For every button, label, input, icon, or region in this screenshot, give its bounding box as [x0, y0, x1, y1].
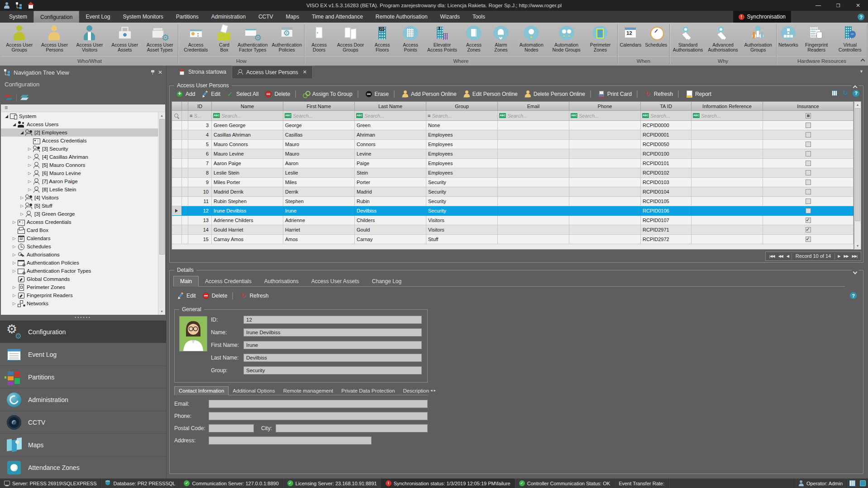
menu-item[interactable]: Partitions: [170, 11, 205, 23]
expander-icon[interactable]: [11, 261, 17, 265]
module-section[interactable]: Partitions: [0, 365, 166, 388]
filter-group[interactable]: =Search...: [426, 111, 498, 121]
menu-item[interactable]: CCTV: [252, 11, 280, 23]
tree-node[interactable]: Access Users: [1, 120, 158, 128]
tree-node[interactable]: Global Commands: [1, 275, 158, 283]
ribbon-button[interactable]: Access Doors: [305, 24, 333, 53]
field-input[interactable]: Irune: [243, 341, 422, 349]
filter-information-reference[interactable]: ABCSearch...: [692, 111, 763, 121]
contact-tab[interactable]: Description: [399, 387, 434, 395]
scrollbar-thumb[interactable]: [855, 108, 860, 221]
filter-phone[interactable]: ABCSearch...: [569, 111, 641, 121]
filter-insurance[interactable]: [763, 111, 854, 121]
tree-node[interactable]: Calendars: [1, 234, 158, 242]
toolbar-button[interactable]: Edit: [199, 90, 223, 98]
column-header[interactable]: Email: [498, 102, 569, 111]
tree-node[interactable]: [5] Stuff: [1, 202, 158, 210]
tree-node[interactable]: Access Credentials: [1, 218, 158, 226]
insurance-checkbox[interactable]: [806, 208, 811, 213]
ribbon-button[interactable]: Automation Nodes: [514, 24, 549, 53]
ribbon-button[interactable]: Fingerprint Readers: [800, 24, 833, 53]
column-header[interactable]: Name: [212, 102, 283, 111]
tab-list-dropdown-icon[interactable]: ▼: [859, 69, 863, 74]
insurance-checkbox[interactable]: [806, 132, 811, 137]
ribbon-button[interactable]: Standard Authorisations: [670, 24, 706, 53]
table-row[interactable]: 8 Leslie Stein Leslie Stein Employees RC…: [172, 168, 854, 178]
expander-icon[interactable]: [27, 155, 33, 159]
maximize-button[interactable]: ❐: [828, 0, 848, 11]
toolbar-button[interactable]: Report: [683, 90, 714, 98]
tree-node[interactable]: [2] Employees: [1, 128, 158, 137]
expander-icon[interactable]: [11, 220, 17, 224]
menu-item[interactable]: Maps: [280, 11, 305, 23]
module-section[interactable]: Attendance Zones: [0, 456, 166, 479]
toolbar-button[interactable]: Erase: [362, 90, 391, 98]
table-row[interactable]: 7 Aaron Paige Aaron Paige Employees RCPI…: [172, 159, 854, 168]
ribbon-button[interactable]: Access User Groups: [2, 24, 37, 53]
ribbon-button[interactable]: Authentication Policies: [270, 24, 304, 53]
expander-icon[interactable]: [11, 285, 17, 289]
module-section[interactable]: Maps: [0, 433, 166, 456]
tree-node[interactable]: Networks: [1, 299, 158, 308]
collapse-details-icon[interactable]: [852, 269, 858, 275]
next-icon[interactable]: [836, 254, 841, 258]
column-header[interactable]: Last Name: [355, 102, 426, 111]
scroll-up-icon[interactable]: ▲: [856, 102, 859, 108]
tree-node[interactable]: [3] Security: [1, 145, 158, 153]
field-input[interactable]: Irune Devilbiss: [243, 328, 422, 336]
column-header[interactable]: Information Reference: [692, 102, 763, 111]
expander-icon[interactable]: [27, 187, 33, 192]
scroll-down-icon[interactable]: ▼: [160, 308, 163, 315]
panel-splitter[interactable]: ••••••: [0, 315, 166, 320]
toolbar-button[interactable]: Delete Person Online: [521, 90, 588, 98]
module-section[interactable]: Configuration: [0, 320, 166, 343]
first-icon[interactable]: [768, 254, 776, 258]
tree-node[interactable]: Perimeter Zones: [1, 283, 158, 291]
tree-node[interactable]: [5] Mauro Connors: [1, 161, 158, 169]
toolbar-button[interactable]: [392, 90, 398, 98]
insurance-checkbox[interactable]: [806, 237, 811, 242]
filter-id[interactable]: =S...: [188, 111, 212, 121]
insurance-checkbox[interactable]: [806, 151, 811, 156]
filter-ta-id[interactable]: ABCSearch...: [641, 111, 692, 121]
nextpage-icon[interactable]: [842, 254, 849, 258]
tab-access-user-persons[interactable]: Access User Persons ✕: [232, 66, 313, 78]
tree-node[interactable]: Access Credentials: [1, 137, 158, 145]
details-tab[interactable]: Access Credentials: [199, 276, 258, 286]
column-header[interactable]: ID: [188, 102, 212, 111]
ribbon-button[interactable]: Authorisation Groups: [740, 24, 776, 53]
insurance-checkbox[interactable]: [806, 161, 811, 166]
details-tab[interactable]: Access User Assets: [305, 276, 366, 286]
ribbon-collapse-button[interactable]: [861, 57, 864, 64]
toolbar-button[interactable]: Print Card: [595, 90, 634, 98]
tree-node[interactable]: System: [1, 112, 158, 120]
table-row[interactable]: 6 Mauro Levine Mauro Levine Employees RC…: [172, 149, 854, 159]
toolbar-button[interactable]: [677, 90, 682, 98]
tree-node[interactable]: Fingerprint Readers: [1, 291, 158, 299]
ribbon-button[interactable]: Alarm Zones: [488, 24, 514, 53]
column-header[interactable]: Group: [426, 102, 498, 111]
scrollbar-thumb[interactable]: [159, 119, 165, 255]
details-tab[interactable]: Main: [173, 276, 199, 287]
menu-item[interactable]: System Monitors: [116, 11, 169, 23]
close-button[interactable]: ✕: [848, 0, 868, 11]
pin-icon[interactable]: [150, 70, 155, 75]
toolbar-button[interactable]: Refresh: [642, 90, 676, 98]
ribbon-button[interactable]: Virtual Controllers: [833, 24, 867, 53]
toolbar-button[interactable]: Add Person Online: [399, 90, 459, 98]
menu-item[interactable]: Time and Attendance: [305, 11, 369, 23]
insurance-checkbox[interactable]: [806, 170, 811, 175]
ribbon-button[interactable]: Access User Visitors: [72, 24, 107, 53]
toolbar-button[interactable]: Delete: [262, 90, 293, 98]
details-help-icon[interactable]: ?: [850, 292, 857, 299]
tree-node[interactable]: Schedules: [1, 242, 158, 251]
ribbon-button[interactable]: Advanced Authorisations: [706, 24, 741, 53]
table-row[interactable]: 12 Irune Devilbiss Irune Devilbiss Secur…: [172, 206, 854, 216]
module-section[interactable]: CCTV: [0, 411, 166, 433]
expander-icon[interactable]: [11, 293, 17, 298]
filter-name[interactable]: ABCSearch...: [212, 111, 283, 121]
insurance-checkbox[interactable]: [806, 218, 811, 223]
city-input[interactable]: [276, 424, 428, 432]
module-section[interactable]: Administration: [0, 388, 166, 411]
column-chooser-icon[interactable]: [831, 90, 838, 97]
